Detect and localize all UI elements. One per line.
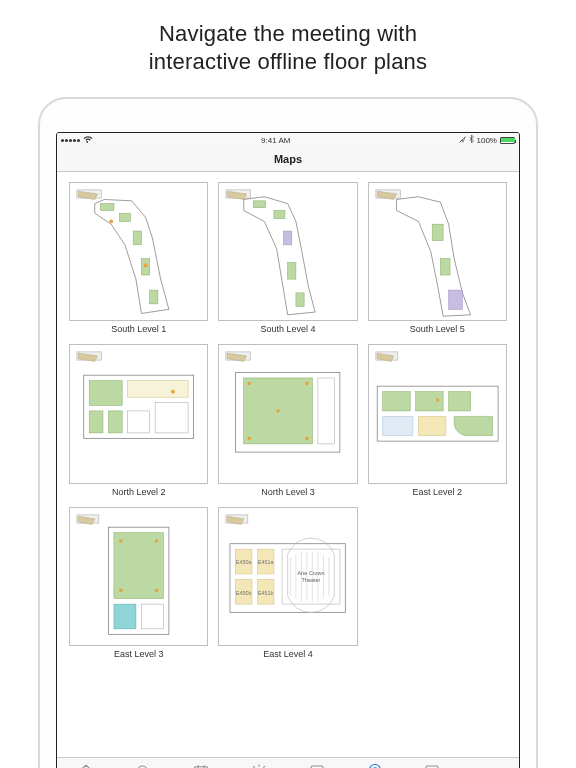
svg-rect-6 [150, 290, 158, 304]
svg-rect-13 [284, 231, 292, 245]
svg-rect-20 [448, 290, 462, 309]
svg-rect-44 [382, 392, 409, 411]
svg-rect-2 [100, 204, 114, 211]
svg-point-40 [277, 409, 281, 413]
map-thumbnail [69, 507, 208, 646]
location-arrow-icon [459, 136, 466, 145]
svg-text:Arie Crown: Arie Crown [298, 570, 325, 576]
map-card-north-level-2[interactable]: North Level 2 [69, 344, 208, 496]
svg-point-39 [305, 437, 309, 441]
home-icon [77, 763, 95, 768]
tab-maps[interactable]: Maps [346, 758, 404, 768]
floorplan-south5-icon [369, 183, 506, 320]
svg-rect-48 [418, 417, 445, 436]
svg-point-38 [248, 437, 252, 441]
svg-rect-29 [155, 403, 188, 433]
map-label: North Level 3 [261, 487, 315, 497]
svg-point-58 [119, 588, 123, 592]
svg-rect-19 [440, 259, 450, 275]
floorplan-south4-icon [219, 183, 356, 320]
calendar-icon [192, 763, 210, 768]
maps-content: South Level 1 [57, 172, 519, 757]
tab-search[interactable]: Search [115, 758, 173, 768]
maps-grid: South Level 1 [57, 172, 519, 673]
svg-rect-26 [89, 411, 103, 433]
svg-text:Theater: Theater [302, 577, 321, 583]
map-card-south-level-5[interactable]: South Level 5 [368, 182, 507, 334]
map-label: East Level 3 [114, 649, 164, 659]
tab-schedule[interactable]: Schedule [173, 758, 231, 768]
map-label: South Level 4 [260, 324, 315, 334]
bluetooth-icon [469, 135, 474, 145]
wifi-icon [83, 135, 93, 145]
svg-rect-47 [382, 417, 412, 436]
map-card-empty [368, 507, 507, 659]
map-label: East Level 4 [263, 649, 313, 659]
map-label: East Level 2 [413, 487, 463, 497]
ipad-screen: 9:41 AM 100% Maps [56, 132, 520, 768]
svg-point-57 [155, 539, 159, 543]
svg-text:E451a: E451a [258, 559, 275, 565]
map-thumbnail [69, 182, 208, 321]
floorplan-north2-icon [70, 345, 207, 482]
bus-icon [423, 763, 441, 768]
map-label: North Level 2 [112, 487, 166, 497]
pin-icon [366, 763, 384, 768]
page-title: Maps [274, 153, 302, 165]
svg-rect-46 [448, 392, 470, 411]
floorplan-north3-icon [219, 345, 356, 482]
battery-percent: 100% [477, 136, 497, 145]
map-thumbnail [368, 344, 507, 483]
svg-rect-54 [114, 604, 136, 629]
floorplan-east2-icon [369, 345, 506, 482]
svg-point-56 [119, 539, 123, 543]
svg-point-37 [305, 382, 309, 386]
svg-rect-15 [296, 293, 304, 307]
status-bar: 9:41 AM 100% [57, 133, 519, 147]
svg-rect-4 [133, 231, 141, 245]
map-label: South Level 5 [410, 324, 465, 334]
svg-rect-35 [318, 378, 334, 444]
map-card-east-level-4[interactable]: E450a E450b E451a E451b [218, 507, 357, 659]
map-card-east-level-2[interactable]: East Level 2 [368, 344, 507, 496]
svg-point-49 [436, 399, 439, 402]
map-thumbnail: E450a E450b E451a E451b [218, 507, 357, 646]
tab-shuttles[interactable]: Shuttles [404, 758, 462, 768]
map-thumbnail [218, 344, 357, 483]
svg-rect-24 [89, 381, 122, 406]
svg-point-8 [144, 263, 148, 267]
status-time: 9:41 AM [261, 136, 290, 145]
floorplan-east4-icon: E450a E450b E451a E451b [219, 508, 356, 645]
map-thumbnail [218, 182, 357, 321]
floorplan-south1-icon [70, 183, 207, 320]
signal-dots-icon [61, 139, 80, 142]
map-card-east-level-3[interactable]: East Level 3 [69, 507, 208, 659]
map-card-south-level-1[interactable]: South Level 1 [69, 182, 208, 334]
svg-point-7 [109, 220, 113, 224]
map-card-south-level-4[interactable]: South Level 4 [218, 182, 357, 334]
svg-rect-14 [288, 263, 296, 279]
map-card-north-level-3[interactable]: North Level 3 [218, 344, 357, 496]
svg-rect-55 [141, 604, 163, 629]
tab-bar: Home Search Schedule Login [57, 757, 519, 768]
list-icon [308, 763, 326, 768]
svg-rect-27 [108, 411, 122, 433]
svg-text:E451b: E451b [258, 589, 274, 595]
tab-login[interactable]: Login [230, 758, 288, 768]
map-thumbnail [69, 344, 208, 483]
headline-line2: interactive offline floor plans [149, 49, 428, 74]
gear-icon [250, 763, 268, 768]
svg-rect-11 [254, 201, 266, 208]
tab-home[interactable]: Home [57, 758, 115, 768]
svg-rect-3 [119, 213, 130, 221]
svg-point-36 [248, 382, 252, 386]
tab-more[interactable]: More [461, 758, 519, 768]
tab-exhibitors[interactable]: Exhibitors [288, 758, 346, 768]
battery-icon [500, 137, 515, 144]
floorplan-east3-icon [70, 508, 207, 645]
marketing-headline: Navigate the meeting with interactive of… [0, 0, 576, 87]
svg-point-30 [171, 390, 175, 394]
map-thumbnail [368, 182, 507, 321]
svg-rect-25 [128, 381, 188, 397]
svg-rect-28 [128, 411, 150, 433]
